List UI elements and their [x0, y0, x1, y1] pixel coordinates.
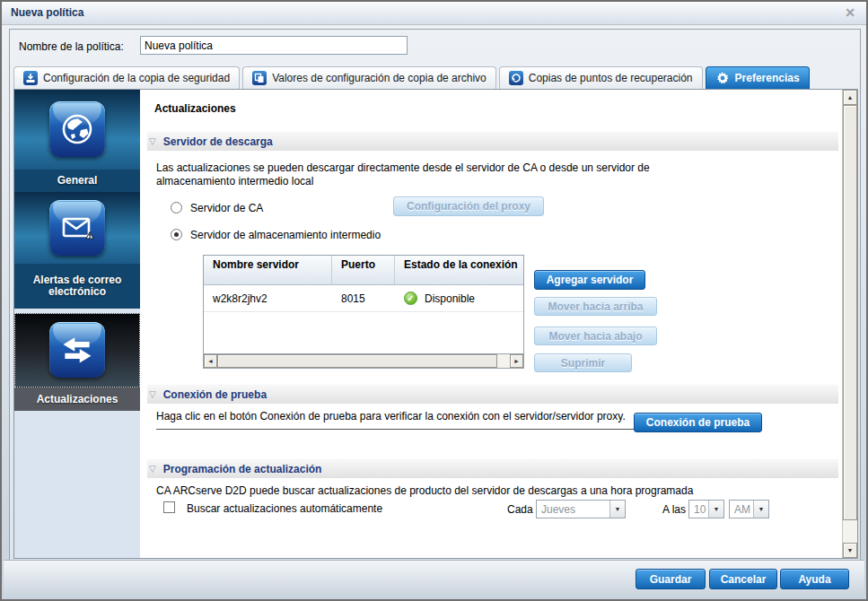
hour-value: 10	[689, 501, 708, 518]
cell-port: 8015	[332, 292, 395, 305]
every-label: Cada	[507, 503, 533, 516]
gear-icon	[715, 71, 730, 85]
content-vertical-scrollbar[interactable]: ▲ ▼	[842, 90, 857, 558]
sidebar-item-label: Actualizaciones	[14, 388, 140, 411]
section-title: Conexión de prueba	[163, 388, 267, 401]
hour-dropdown[interactable]: 10 ▼	[688, 500, 724, 518]
table-horizontal-scrollbar[interactable]: ◄ ►	[204, 353, 523, 368]
scroll-left-arrow[interactable]: ◄	[204, 354, 217, 368]
title-bar: Nueva política ✕	[2, 2, 866, 25]
updates-arrows-icon	[49, 322, 105, 378]
at-label: A las	[662, 503, 686, 516]
tab-label: Valores de configuración de copia de arc…	[272, 72, 487, 84]
dialog-title: Nueva política	[11, 6, 83, 19]
status-text: Disponible	[425, 292, 475, 305]
column-header-server-name: Nombre servidor	[204, 256, 332, 284]
backup-settings-icon	[23, 71, 38, 85]
auto-update-checkbox[interactable]	[163, 501, 175, 513]
chevron-down-icon[interactable]: ▼	[609, 501, 625, 518]
section-title: Programación de actualización	[163, 463, 322, 475]
server-table: Nombre servidor Puerto Estado de la cone…	[203, 255, 524, 369]
chevron-down-icon[interactable]: ▼	[708, 501, 723, 518]
table-row[interactable]: w2k8r2jhv2 8015 ✓ Disponible	[204, 285, 523, 312]
radio-ca-server[interactable]	[171, 202, 182, 213]
proxy-settings-button[interactable]: Configuración del proxy	[393, 196, 544, 216]
policy-name-label: Nombre de la política:	[19, 40, 124, 53]
ampm-dropdown[interactable]: AM ▼	[729, 500, 769, 518]
auto-update-checkbox-label: Buscar actualizaciones automáticamente	[187, 502, 382, 515]
radio-staging-server[interactable]	[171, 229, 182, 240]
vscroll-thumb[interactable]	[843, 105, 857, 520]
download-server-description: Las actualizaciones se pueden descargar …	[156, 161, 681, 188]
sidebar-item-icon-area	[14, 313, 140, 388]
radio-staging-server-label: Servidor de almacenamiento intermedio	[190, 229, 381, 241]
scroll-down-arrow[interactable]: ▼	[843, 543, 857, 558]
scroll-up-arrow[interactable]: ▲	[843, 90, 857, 105]
sidebar-item-label: General	[14, 170, 140, 192]
section-header-update-schedule[interactable]: ▽ Programación de actualización	[147, 458, 838, 478]
scroll-right-arrow[interactable]: ►	[510, 354, 523, 368]
preferences-main-area: Actualizaciones ▽ Servidor de descarga L…	[140, 90, 844, 558]
email-alert-icon	[49, 200, 105, 256]
radio-ca-server-label: Servidor de CA	[190, 202, 263, 214]
sidebar-item-general[interactable]: General	[14, 90, 140, 192]
section-title: Servidor de descarga	[163, 135, 273, 148]
weekday-dropdown[interactable]: Jueves ▼	[536, 500, 626, 518]
update-schedule-description: CA ARCserve D2D puede buscar actualizaci…	[156, 484, 838, 498]
close-icon[interactable]: ✕	[845, 5, 855, 20]
add-server-button[interactable]: Agregar servidor	[534, 270, 645, 290]
column-header-port: Puerto	[332, 256, 395, 284]
weekday-value: Jueves	[537, 501, 609, 518]
chevron-down-icon[interactable]: ▼	[753, 501, 768, 518]
footer-bar: Guardar Cancelar Ayuda	[4, 560, 864, 597]
sidebar: General	[14, 90, 140, 558]
hscroll-thumb[interactable]	[217, 354, 497, 368]
tab-label: Preferencias	[735, 72, 800, 84]
help-button[interactable]: Ayuda	[780, 569, 849, 589]
globe-icon	[49, 101, 105, 157]
page-title: Actualizaciones	[154, 102, 236, 115]
sidebar-item-icon-area	[14, 192, 140, 264]
sidebar-item-updates[interactable]: Actualizaciones	[14, 313, 140, 411]
policy-name-input[interactable]	[140, 36, 408, 55]
section-header-test-connection[interactable]: ▽ Conexión de prueba	[147, 384, 838, 404]
file-copy-settings-icon	[252, 71, 267, 85]
dialog-window: Nueva política ✕ Nombre de la política: …	[0, 0, 868, 601]
tab-backup-settings[interactable]: Configuración de la copia de seguridad	[13, 66, 240, 89]
ampm-value: AM	[730, 501, 753, 518]
move-up-button[interactable]: Mover hacia arriba	[534, 297, 657, 316]
tab-label: Configuración de la copia de seguridad	[43, 72, 230, 84]
column-header-connection-status: Estado de la conexión	[395, 256, 523, 284]
cell-status: ✓ Disponible	[395, 292, 523, 305]
cancel-button[interactable]: Cancelar	[709, 569, 777, 589]
tab-strip: Configuración de la copia de seguridad V…	[13, 66, 810, 89]
test-connection-button[interactable]: Conexión de prueba	[634, 413, 762, 432]
cell-server-name: w2k8r2jhv2	[204, 292, 332, 305]
collapse-triangle-icon: ▽	[149, 389, 156, 399]
tab-recovery-point-copies[interactable]: Copias de puntos de recuperación	[499, 66, 703, 89]
dialog-body-panel: Nombre de la política: Configuración de …	[9, 29, 861, 562]
delete-server-button[interactable]: Suprimir	[534, 353, 632, 372]
save-button[interactable]: Guardar	[636, 569, 706, 589]
sidebar-item-email-alerts[interactable]: Alertas de correo electrónico	[14, 192, 140, 309]
section-header-download-server[interactable]: ▽ Servidor de descarga	[147, 131, 838, 151]
sidebar-item-label: Alertas de correo electrónico	[14, 264, 140, 309]
test-connection-description: Haga clic en el botón Conexión de prueba…	[156, 410, 636, 430]
move-down-button[interactable]: Mover hacia abajo	[534, 327, 657, 345]
tab-preferences[interactable]: Preferencias	[706, 66, 810, 89]
recovery-point-copy-icon	[509, 71, 523, 85]
tab-file-copy-settings[interactable]: Valores de configuración de copia de arc…	[242, 66, 496, 89]
collapse-triangle-icon: ▽	[149, 464, 156, 474]
green-check-icon: ✓	[404, 292, 417, 305]
server-table-header: Nombre servidor Puerto Estado de la cone…	[204, 256, 523, 285]
sidebar-item-icon-area	[14, 90, 140, 170]
content-box: General	[13, 89, 858, 559]
collapse-triangle-icon: ▽	[149, 136, 156, 146]
tab-label: Copias de puntos de recuperación	[529, 72, 693, 84]
